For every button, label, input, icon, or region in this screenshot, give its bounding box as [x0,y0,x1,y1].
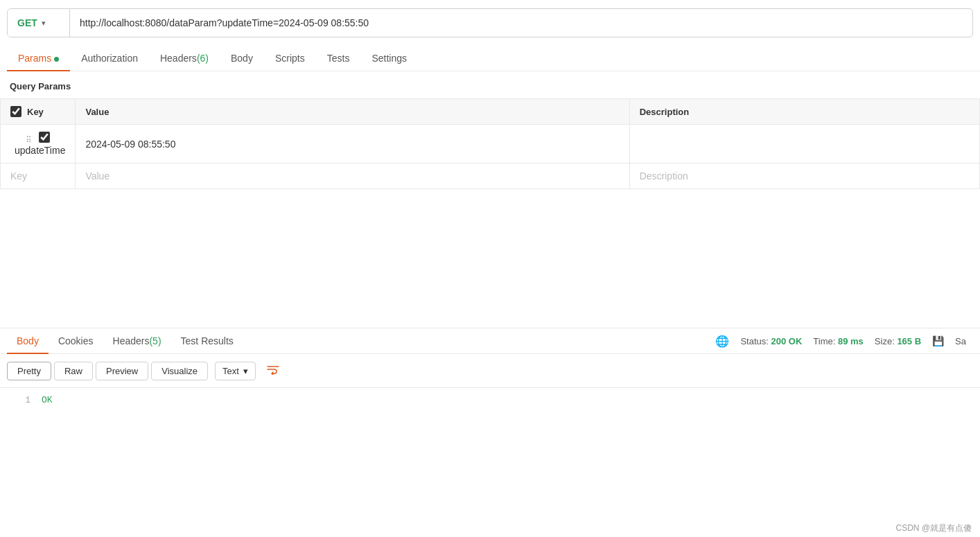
method-selector[interactable]: GET ▾ [8,9,70,37]
format-type-label: Text [222,366,239,376]
headers-badge: (6) [197,53,209,64]
response-tab-headers[interactable]: Headers(5) [103,328,171,353]
save-label[interactable]: Sa [955,336,966,346]
params-dot [54,57,59,62]
response-tabs-left: Body Cookies Headers(5) Test Results [7,328,243,353]
row2-desc-cell: Description [629,164,979,189]
url-input[interactable] [70,17,972,28]
line-number-1: 1 [10,395,30,405]
query-params-title: Query Params [0,71,980,98]
drag-handle-icon[interactable]: ⠿ [26,135,32,145]
table-row-empty: Key Value Description [1,164,980,189]
tab-params[interactable]: Params [7,46,70,71]
response-headers-badge: (5) [149,335,161,346]
row1-value: 2024-05-09 08:55:50 [76,125,629,164]
code-line-1: OK [42,395,53,405]
row2-value-cell: Value [76,164,629,189]
response-tab-cookies[interactable]: Cookies [49,328,103,353]
row1-checkbox-cell: ⠿ updateTime [1,125,76,164]
th-checkbox-cell: Key [1,99,76,125]
row2-value-placeholder: Value [85,170,110,182]
chevron-down-icon: ▾ [243,366,248,376]
table-row: ⠿ updateTime 2024-05-09 08:55:50 [1,125,980,164]
th-value: Value [76,99,629,125]
wrap-button[interactable] [259,360,288,382]
format-type-selector[interactable]: Text ▾ [215,362,256,380]
row2-desc-placeholder: Description [640,170,688,182]
row1-checkbox[interactable] [39,132,50,143]
pretty-button[interactable]: Pretty [7,362,51,380]
row2-key-placeholder: Key [10,170,27,182]
method-label: GET [17,17,37,28]
tab-settings[interactable]: Settings [360,46,418,71]
response-status: 🌐 Status: 200 OK Time: 89 ms Size: 165 B… [715,335,973,348]
th-key: Key [27,107,44,117]
visualize-button[interactable]: Visualize [151,362,208,380]
request-tabs-bar: Params Authorization Headers(6) Body Scr… [0,46,980,71]
format-toolbar: Pretty Raw Preview Visualize Text ▾ [0,354,980,388]
row1-key: updateTime [15,145,65,156]
footer-text: CSDN @就是有点傻 [895,523,972,533]
params-table: Key Value Description ⠿ updateTime 2024-… [0,98,980,189]
wrap-icon [266,364,280,375]
th-description: Description [629,99,979,125]
code-area: 1OK [0,388,980,430]
row2-key-cell: Key [1,164,76,189]
response-tab-body[interactable]: Body [7,328,49,353]
status-label: Status: 200 OK [740,336,802,346]
response-tabs-bar: Body Cookies Headers(5) Test Results 🌐 S… [0,328,980,354]
url-bar: GET ▾ [7,8,973,37]
tab-tests[interactable]: Tests [316,46,361,71]
tab-body[interactable]: Body [220,46,264,71]
response-tab-test-results[interactable]: Test Results [171,328,243,353]
row1-description [629,125,979,164]
globe-icon: 🌐 [715,335,729,348]
tab-authorization[interactable]: Authorization [70,46,149,71]
size-label: Size: 165 B [875,336,921,346]
tab-scripts[interactable]: Scripts [264,46,316,71]
raw-button[interactable]: Raw [54,362,93,380]
chevron-down-icon: ▾ [42,19,46,28]
time-label: Time: 89 ms [813,336,864,346]
preview-button[interactable]: Preview [96,362,148,380]
tab-headers[interactable]: Headers(6) [149,46,220,71]
footer: CSDN @就是有点傻 [887,520,980,537]
select-all-checkbox[interactable] [10,106,21,117]
save-icon[interactable]: 💾 [932,335,944,346]
